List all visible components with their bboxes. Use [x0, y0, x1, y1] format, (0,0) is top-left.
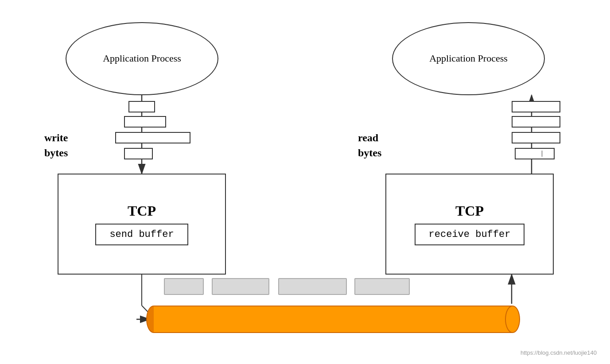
right-tcp-label: TCP: [455, 203, 484, 219]
receive-buffer-box: receive buffer: [415, 224, 525, 245]
right-data-block-3: [512, 132, 560, 143]
packet-3: [278, 278, 347, 295]
left-application-process-ellipse: Application Process: [66, 22, 218, 95]
right-data-block-2: [512, 116, 560, 128]
write-bytes-label: write bytes: [44, 131, 68, 160]
packet-1: [164, 278, 204, 295]
diagram: Application Process write bytes TCP send…: [0, 0, 610, 364]
left-data-block-3: [115, 132, 190, 143]
right-tcp-box: TCP receive buffer: [385, 174, 554, 275]
left-tcp-box: TCP send buffer: [58, 174, 226, 275]
left-data-block-1: [128, 101, 155, 112]
read-bytes-label: read bytes: [358, 131, 381, 160]
right-app-process-label: Application Process: [429, 52, 508, 65]
packet-4: [354, 278, 410, 295]
pipe-body: [154, 306, 513, 333]
pipe-right-cap: [505, 306, 520, 333]
left-tcp-label: TCP: [128, 203, 156, 219]
right-data-block-1: [512, 101, 560, 112]
send-buffer-label: send buffer: [109, 229, 174, 240]
left-data-block-2: [124, 116, 166, 128]
right-data-block-4: [515, 148, 555, 159]
right-application-process-ellipse: Application Process: [392, 22, 545, 95]
packet-2: [212, 278, 269, 295]
watermark: https://blog.csdn.net/luojie140: [521, 349, 597, 356]
receive-buffer-label: receive buffer: [429, 229, 511, 240]
send-buffer-box: send buffer: [95, 224, 188, 245]
left-data-block-4: [124, 148, 153, 159]
left-app-process-label: Application Process: [103, 52, 181, 65]
